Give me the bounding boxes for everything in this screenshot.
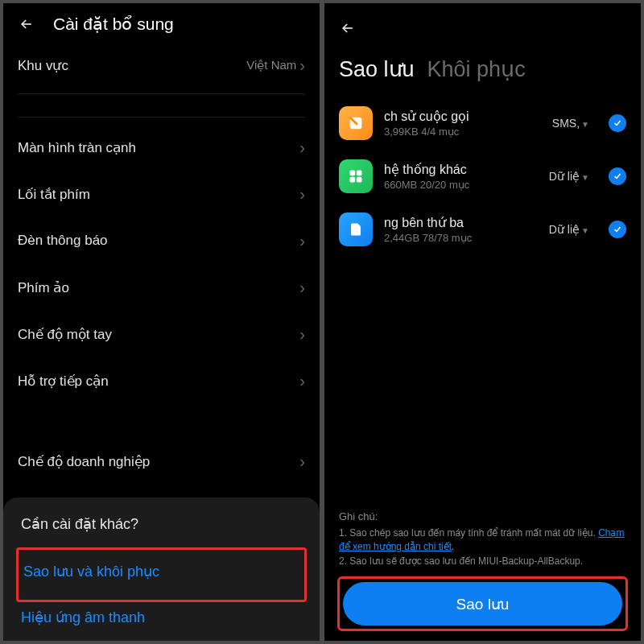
bottom-sheet: Cần cài đặt khác? Sao lưu và khôi phục H… <box>3 497 320 641</box>
tab-backup[interactable]: Sao lưu <box>339 56 415 82</box>
backup-item[interactable]: ng bên thứ ba 2,44GB 78/78 mục Dữ liệ▼ <box>324 203 641 256</box>
item-title: ng bên thứ ba <box>384 215 538 230</box>
notes-line1: 1. Sao chép sao lưu đến máy tính để trán… <box>339 527 598 539</box>
svg-rect-2 <box>357 171 362 176</box>
backup-item[interactable]: ch sử cuộc gọi 3,99KB 4/4 mục SMS,▼ <box>324 97 641 150</box>
settings-row[interactable]: Lối tắt phím› <box>3 171 320 217</box>
notes-block: Ghi chú: 1. Sao chép sao lưu đến máy tín… <box>339 510 626 568</box>
region-label: Khu vực <box>18 57 68 74</box>
chevron-right-icon: › <box>299 325 305 344</box>
checkbox-checked[interactable] <box>609 114 626 132</box>
item-title: ch sử cuộc gọi <box>384 109 541 124</box>
checkbox-checked[interactable] <box>609 167 626 185</box>
row-label: Chế độ một tay <box>18 326 112 343</box>
dropdown-icon: ▼ <box>581 173 589 182</box>
back-icon[interactable] <box>339 19 357 37</box>
backup-button[interactable]: Sao lưu <box>343 582 622 625</box>
item-type[interactable]: Dữ liệ▼ <box>549 223 589 236</box>
sheet-item-sound[interactable]: Hiệu ứng âm thanh <box>21 599 302 636</box>
item-type[interactable]: SMS,▼ <box>552 117 589 130</box>
chevron-right-icon: › <box>299 138 305 157</box>
call-history-icon <box>339 106 373 140</box>
enterprise-row[interactable]: Chế độ doanh nghiệp› <box>3 438 320 485</box>
chevron-right-icon: › <box>299 452 305 471</box>
region-row[interactable]: Khu vực Việt Nam › <box>3 42 320 89</box>
settings-row[interactable]: Màn hình tràn cạnh› <box>3 124 320 171</box>
chevron-right-icon: › <box>299 185 305 204</box>
chevron-right-icon: › <box>299 232 305 250</box>
header: Cài đặt bổ sung <box>3 3 320 42</box>
dropdown-icon: ▼ <box>581 120 589 129</box>
region-value: Việt Nam <box>246 58 296 72</box>
item-subtitle: 3,99KB 4/4 mục <box>384 126 541 138</box>
settings-row[interactable]: Hỗ trợ tiếp cận› <box>3 357 320 404</box>
settings-row[interactable]: Phím ảo› <box>3 264 320 311</box>
divider <box>18 93 305 94</box>
right-screen: Sao lưu Khôi phục ch sử cuộc gọi 3,99KB … <box>324 3 641 641</box>
divider <box>18 117 305 118</box>
row-label: Màn hình tràn cạnh <box>18 139 136 156</box>
notes-line2: 2. Sao lưu sẽ được sao lưu đến MIUI-Back… <box>339 555 583 567</box>
row-label: Lối tắt phím <box>18 186 90 203</box>
dropdown-icon: ▼ <box>581 226 589 235</box>
left-screen: Cài đặt bổ sung Khu vực Việt Nam › Màn h… <box>3 3 320 641</box>
row-label: Phím ảo <box>18 279 69 296</box>
chevron-right-icon: › <box>299 372 305 390</box>
highlight-box: Sao lưu và khôi phục <box>16 547 307 602</box>
chevron-right-icon: › <box>299 56 305 75</box>
thirdparty-icon <box>339 213 373 246</box>
svg-rect-3 <box>350 177 356 183</box>
sheet-item-backup[interactable]: Sao lưu và khôi phục <box>23 553 299 590</box>
header <box>324 3 641 47</box>
row-label: Chế độ doanh nghiệp <box>18 453 150 470</box>
settings-row[interactable]: Đèn thông báo› <box>3 217 320 264</box>
settings-row[interactable]: Chế độ một tay› <box>3 311 320 357</box>
checkbox-checked[interactable] <box>609 221 626 238</box>
page-title: Cài đặt bổ sung <box>53 14 174 34</box>
sheet-title: Cần cài đặt khác? <box>21 515 302 533</box>
backup-item[interactable]: hệ thống khác 660MB 20/20 mục Dữ liệ▼ <box>324 150 641 203</box>
row-label: Hỗ trợ tiếp cận <box>18 373 109 390</box>
chevron-right-icon: › <box>299 279 305 297</box>
notes-title: Ghi chú: <box>339 510 626 525</box>
svg-rect-1 <box>350 171 356 176</box>
item-title: hệ thống khác <box>384 162 538 177</box>
item-subtitle: 660MB 20/20 mục <box>384 179 538 191</box>
item-type[interactable]: Dữ liệ▼ <box>549 170 589 183</box>
tabs: Sao lưu Khôi phục <box>324 47 641 97</box>
row-label: Đèn thông báo <box>18 233 108 249</box>
system-icon <box>339 159 373 193</box>
back-icon[interactable] <box>18 15 35 33</box>
item-subtitle: 2,44GB 78/78 mục <box>384 232 538 244</box>
tab-restore[interactable]: Khôi phục <box>427 56 526 82</box>
highlight-box: Sao lưu <box>337 576 628 631</box>
svg-rect-4 <box>357 177 362 183</box>
